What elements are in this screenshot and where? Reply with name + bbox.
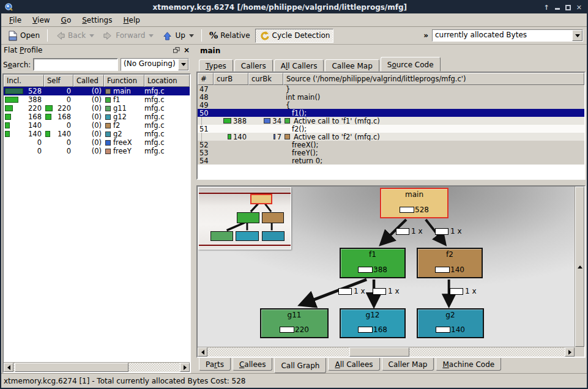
table-row[interactable]: 388 0 (0) f1 mfg.c (4, 95, 190, 104)
tab-all-callers[interactable]: All Callers (274, 59, 324, 72)
cycle-arrow-icon (259, 31, 270, 41)
cost-bar (280, 327, 294, 333)
edge-label-f1-g11: 1 x (338, 287, 365, 295)
column-header-source[interactable]: Source ('/home/philippe/valgrind/littlep… (283, 73, 584, 85)
cost-bar (400, 207, 414, 213)
menu-go[interactable]: Go (56, 15, 77, 26)
source-call-line[interactable]: 388 34 Active call to 'f1' (mfg.c) (198, 117, 584, 125)
table-row[interactable]: 220 220 (0) g11 mfg.c (4, 104, 190, 113)
source-line[interactable]: 53 freeY(); (198, 149, 584, 157)
forward-button[interactable]: Forward (99, 29, 157, 43)
call-graph-canvas[interactable]: main 528 f1 388 f2 140 g11 220 (198, 187, 575, 347)
function-list-header: Incl. Self Called Function Location (4, 75, 190, 87)
graph-node-g11[interactable]: g11 220 (260, 308, 329, 338)
minimize-button[interactable] (555, 8, 560, 10)
function-color-swatch (105, 106, 111, 111)
source-line[interactable]: 48 int main() (198, 93, 584, 101)
table-row[interactable]: 0 0 (0) freeX mfg.c (4, 138, 190, 147)
tab-types[interactable]: Types (199, 59, 233, 72)
float-dock-icon[interactable] (173, 47, 180, 53)
graph-node-f1[interactable]: f1 388 (340, 248, 406, 278)
tab-parts[interactable]: Parts (199, 358, 231, 371)
event-type-dropdown-button[interactable] (572, 30, 582, 41)
graph-node-main[interactable]: main 528 (380, 188, 448, 218)
source-line[interactable]: 49 { (198, 101, 584, 109)
table-row[interactable]: 140 0 (0) f2 mfg.c (4, 121, 190, 130)
flat-profile-hscrollbar[interactable] (4, 362, 190, 372)
tab-source-code[interactable]: Source Code (381, 57, 441, 72)
scroll-left-button[interactable] (198, 347, 207, 357)
scroll-right-button[interactable] (180, 363, 190, 372)
source-line[interactable]: 47 } (198, 85, 584, 93)
scroll-right-button[interactable] (565, 347, 575, 357)
selected-function-title: main (196, 45, 586, 57)
tab-caller-map[interactable]: Caller Map (382, 358, 434, 371)
close-dock-icon[interactable]: × (184, 46, 190, 54)
column-header-curb[interactable]: curB (214, 73, 248, 85)
column-header-self[interactable]: Self (44, 75, 73, 87)
grouping-dropdown-button[interactable] (178, 59, 188, 70)
scroll-up-button[interactable] (575, 187, 584, 347)
source-line[interactable]: 52 freeX(); (198, 141, 584, 149)
up-dropdown-icon[interactable] (189, 34, 194, 37)
function-color-swatch (105, 132, 111, 137)
tab-machine-code[interactable]: Machine Code (436, 358, 501, 371)
column-header-incl[interactable]: Incl. (4, 75, 44, 87)
cycle-detection-toggle-button[interactable]: Cycle Detection (255, 29, 334, 43)
graph-node-g2[interactable]: g2 140 (417, 308, 484, 338)
graph-node-g12[interactable]: g12 168 (340, 308, 406, 338)
vertical-splitter[interactable] (192, 45, 196, 373)
table-row[interactable]: 0 0 (0) freeY mfg.c (4, 147, 190, 155)
column-header-location[interactable]: Location (144, 75, 190, 87)
source-line-selected[interactable]: 50 f1(); (198, 109, 584, 117)
source-line[interactable]: 51 f2(); (198, 125, 584, 133)
table-row[interactable]: 168 168 (0) g12 mfg.c (4, 113, 190, 121)
dock-header[interactable]: Flat Profile × (2, 45, 191, 56)
horizontal-splitter[interactable] (196, 180, 586, 185)
column-header-curbk[interactable]: curBk (248, 73, 283, 85)
graph-node-f2[interactable]: f2 140 (417, 248, 483, 278)
forward-dropdown-icon[interactable] (149, 34, 154, 37)
scrollbar-track[interactable] (207, 347, 565, 357)
close-button[interactable]: ✕ (576, 4, 582, 11)
table-row[interactable]: 528 0 (0) main mfg.c (4, 87, 190, 95)
tab-all-callees[interactable]: All Callees (328, 358, 379, 371)
maximize-button[interactable] (565, 5, 571, 10)
menu-settings[interactable]: Settings (76, 15, 117, 26)
call-graph-pane: main 528 f1 388 f2 140 g11 220 (196, 185, 586, 358)
open-button[interactable]: Open (4, 29, 43, 43)
search-input[interactable] (33, 58, 118, 71)
table-row[interactable]: 140 140 (0) g2 mfg.c (4, 130, 190, 138)
up-button[interactable]: Up (158, 29, 197, 43)
graph-overview-minimap[interactable] (198, 187, 291, 250)
tab-call-graph[interactable]: Call Graph (274, 358, 326, 373)
scroll-left-button[interactable] (4, 363, 13, 372)
graph-vscrollbar[interactable] (575, 187, 584, 347)
graph-hscrollbar[interactable] (198, 347, 575, 357)
tab-callees[interactable]: Callees (233, 358, 272, 371)
minimap-node-f2 (262, 212, 284, 223)
column-header-line[interactable]: # (198, 73, 214, 85)
tab-callee-map[interactable]: Callee Map (325, 59, 379, 72)
column-header-called[interactable]: Called (73, 75, 104, 87)
menu-help[interactable]: Help (117, 15, 145, 26)
source-line[interactable]: 54 return 0; (198, 157, 584, 165)
event-type-select[interactable]: currently allocated Bytes (432, 29, 583, 42)
back-dropdown-icon[interactable] (89, 34, 94, 37)
scrollbar-track[interactable] (13, 363, 180, 372)
chevron-right-icon (184, 365, 187, 370)
scrollbar-thumb[interactable] (15, 363, 128, 372)
scrollbar-thumb[interactable] (349, 347, 409, 357)
relative-toggle-button[interactable]: % Relative (206, 28, 254, 43)
menu-file[interactable]: File (4, 15, 27, 26)
source-call-line[interactable]: 140 7 Active call to 'f2' (mfg.c) (198, 133, 584, 141)
column-header-function[interactable]: Function (104, 75, 144, 87)
shade-button[interactable]: ↑ (544, 4, 549, 11)
back-button[interactable]: Back (51, 29, 98, 43)
toolbar-overflow-button[interactable]: » (421, 31, 431, 40)
menu-view[interactable]: View (27, 15, 55, 26)
edge-label-main-f1: 1 x (396, 227, 423, 235)
tab-callers[interactable]: Callers (234, 59, 273, 72)
function-color-swatch (285, 134, 290, 139)
grouping-select[interactable]: (No Grouping) (121, 58, 189, 71)
